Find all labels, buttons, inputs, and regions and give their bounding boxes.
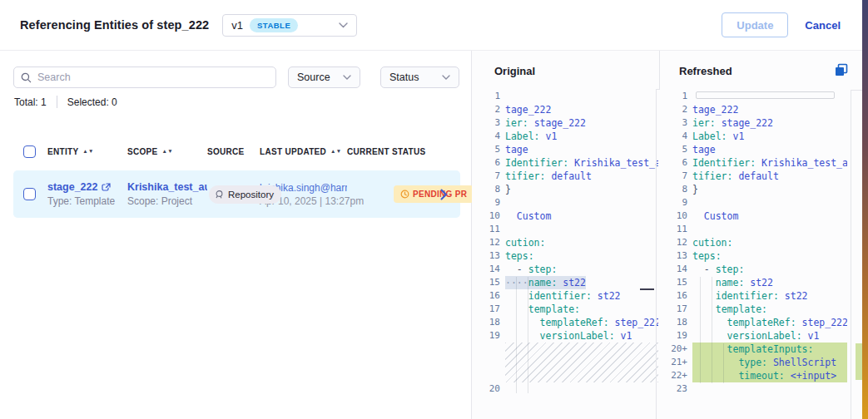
search-input[interactable] [37,71,269,83]
code-line: 19 versionLabel: v1 [661,329,847,343]
source-filter-label: Source [297,71,330,83]
total-count: Total: 1 [14,96,47,108]
code-line: 8} [474,183,658,196]
external-link-icon[interactable] [102,183,111,192]
totals-divider [57,96,57,108]
code-line: 8} [661,183,847,196]
background-page-strip [862,0,868,419]
code-line: 14 - step: [474,263,658,276]
status-filter-label: Status [389,71,419,83]
refreshed-code-pane[interactable]: 12tage_2223ier: stage_2224Label: v15tage… [661,90,847,419]
table-row[interactable]: stage_222 Type: Template Krishika_test_a… [13,170,460,218]
code-line: 18 templateRef: step_222 [661,316,847,329]
select-all-checkbox[interactable] [23,145,36,158]
code-line: 20+ templateInputs: [661,343,847,356]
code-line: 11 [474,223,658,236]
code-line: 15····name: st22 [474,276,658,289]
sort-entity-icon[interactable]: ▲▼ [82,150,93,154]
code-line: 15 name: st22 [661,276,847,289]
code-line: 20 [474,382,658,396]
collapsed-region-box [696,91,835,99]
scope-link[interactable]: Krishika_test_au... [127,181,207,193]
totals-bar: Total: 1 Selected: 0 [14,96,117,108]
diff-change-marker [640,288,654,290]
version-label: v1 [231,19,243,32]
code-line: 22+ timeout: <+input> [661,369,847,382]
search-icon [21,72,32,83]
indent-guide [528,277,528,393]
version-select[interactable]: v1 STABLE [222,14,357,37]
update-button[interactable]: Update [722,12,788,37]
code-line: 4Label: v1 [661,130,847,143]
column-scope: SCOPE [127,147,158,156]
code-line: 17 template: [661,303,847,316]
scope-sub: Scope: Project [127,195,207,207]
referencing-entities-drawer: Referencing Entities of step_222 v1 STAB… [0,0,862,419]
sort-scope-icon[interactable]: ▲▼ [162,150,173,154]
chevron-down-icon [442,75,450,80]
clock-icon [400,190,409,199]
status-filter-dropdown[interactable]: Status [380,67,459,88]
code-line: 9 [661,196,847,210]
cancel-button[interactable]: Cancel [805,19,841,32]
page-title: Referencing Entities of step_222 [20,18,209,32]
diff-scrollbar-track[interactable] [851,90,851,419]
diff-collapsed-region [474,343,658,382]
code-line: 16 identifier: st22 [474,289,658,303]
code-line: 3ier: stage_222 [474,116,658,130]
stable-badge: STABLE [250,18,298,32]
column-entity: ENTITY [47,147,78,156]
code-line: 5tage [661,143,847,156]
entity-type: Type: Template [47,195,127,207]
selected-count: Selected: 0 [67,96,117,108]
original-code-pane[interactable]: 12tage_2223ier: stage_2224Label: v15tage… [474,90,658,419]
code-line: 2tage_222 [474,103,658,116]
code-line: 6Identifier: Krishika_test_aut [474,156,658,170]
code-line: 10 Custom [661,210,847,223]
code-line: 12cution: [661,236,847,249]
original-pane-border [656,89,657,419]
drawer-header: Referencing Entities of step_222 v1 STAB… [0,0,862,51]
code-line: 7tifier: default [661,170,847,183]
scrollbar-track-top [851,90,862,91]
status-badge: PENDING PR [394,185,474,203]
chevron-down-icon [343,75,351,80]
column-source: SOURCE [207,147,245,156]
code-line: 14 - step: [661,263,847,276]
code-line: 5tage [474,143,658,156]
search-box[interactable] [13,67,276,88]
code-line: 2tage_222 [661,103,847,116]
entity-link[interactable]: stage_222 [47,181,97,193]
row-expand-chevron[interactable] [440,189,448,200]
overview-ruler-added-marker [856,343,862,380]
pane-header-divider [659,51,660,90]
code-line: 10 Custom [474,210,658,223]
column-last-updated: LAST UPDATED [260,147,326,156]
refreshed-pane-title: Refreshed [679,65,732,77]
code-line: 23 [661,382,847,396]
row-checkbox[interactable] [23,188,36,200]
copy-icon[interactable] [835,63,848,76]
source-pill: Repository [209,185,281,204]
code-line: 6Identifier: Krishika_test_aut [661,156,847,170]
yaml-diff-view: Original Refreshed 12tage_2223ier: stage… [472,51,862,419]
code-line: 19 versionLabel: v1 [474,329,658,343]
code-line: 4Label: v1 [474,130,658,143]
code-line: 17 template: [474,303,658,316]
code-line: 3ier: stage_222 [661,116,847,130]
code-line: 13teps: [661,249,847,263]
code-line: 7tifier: default [474,170,658,183]
repository-icon [215,190,225,200]
source-label: Repository [228,190,274,200]
entities-panel: Source Status Total: 1 Selected: 0 ENTIT… [0,51,472,419]
source-filter-dropdown[interactable]: Source [288,67,360,88]
sort-last-updated-icon[interactable]: ▲▼ [330,150,341,154]
indent-guide [712,277,712,383]
code-line: 13teps: [474,249,658,263]
table-header: ENTITY▲▼ SCOPE▲▼ SOURCE LAST UPDATED▲▼ C… [13,142,460,160]
code-line: 11 [661,223,847,236]
indent-guide [723,343,724,383]
column-current-status: CURRENT STATUS [347,147,425,156]
code-line: 18 templateRef: step_222 [474,316,658,329]
original-pane-title: Original [494,65,535,77]
